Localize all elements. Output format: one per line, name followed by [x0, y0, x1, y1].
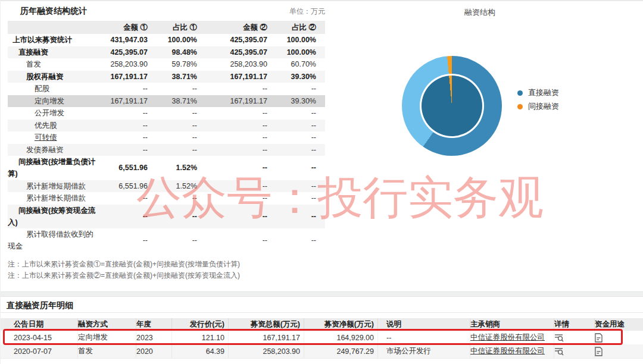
detail-table-body: 2023-04-15定向增发2023121.10167,191.17164,92…	[1, 331, 643, 358]
col-header-price: 发行价(元)	[172, 318, 229, 331]
financing-method: 首发	[78, 344, 136, 358]
list-search-icon[interactable]	[554, 333, 564, 342]
detail-cell	[554, 331, 595, 344]
col-header-note: 说明	[378, 318, 470, 331]
cell-value: 258,203.90	[97, 60, 148, 68]
cell-value: --	[148, 236, 197, 244]
cell-value: --	[197, 212, 267, 221]
legend-item[interactable]: 直接融资	[517, 88, 559, 98]
raised-net: 164,929.00	[304, 331, 378, 344]
underwriter-cell: 中信证券股份有限公司	[470, 331, 554, 344]
cell-value: --	[97, 236, 148, 244]
cell-value: 1.52%	[148, 164, 197, 172]
underwriter-link[interactable]: 中信证券股份有限公司	[470, 346, 545, 356]
row-label: 累计新增长期借款	[8, 192, 97, 204]
cell-value: --	[148, 212, 197, 221]
underwriter-cell: 中信证券股份有限公司	[470, 344, 554, 358]
cell-value: 6,551.96	[97, 182, 148, 190]
detail-table-row: 2020-07-07首发202064.39258,203.90249,767.2…	[1, 344, 643, 358]
document-icon[interactable]	[595, 333, 603, 343]
cell-value: 167,191.17	[97, 97, 148, 105]
cell-value: --	[197, 182, 267, 190]
cell-value: 38.71%	[148, 73, 197, 81]
cell-value: --	[97, 212, 148, 221]
legend-label: 直接融资	[528, 87, 559, 98]
cell-value: --	[197, 84, 267, 93]
cell-value: --	[197, 133, 267, 142]
document-icon[interactable]	[595, 347, 603, 356]
cell-value: --	[197, 109, 267, 117]
finance-table-body: 上市以来募资统计431,947.03100.00%425,395.07100.0…	[8, 34, 325, 253]
note: 市场公开发行	[378, 344, 470, 358]
col-header-detail: 详情	[554, 318, 595, 331]
cell-value: --	[267, 121, 320, 130]
row-label: 上市以来募资统计	[8, 34, 97, 46]
col-header-date: 公告日期	[14, 318, 78, 331]
finance-table: 金额 ① 占比 ① 金额 ② 占比 ② 上市以来募资统计431,947.0310…	[8, 21, 325, 253]
row-label: 股权再融资	[8, 71, 97, 83]
cell-value: --	[197, 236, 267, 244]
col-header-amount1: 金额 ①	[97, 23, 148, 33]
detail-table-title: 直接融资历年明细	[1, 297, 643, 312]
legend-dot-icon	[517, 104, 523, 109]
cell-value: --	[148, 146, 197, 154]
cell-value: --	[148, 84, 197, 93]
col-header-amount2: 金额 ②	[197, 23, 267, 33]
legend-dot-icon	[517, 90, 523, 96]
section-divider	[1, 291, 643, 297]
cell-value: 59.78%	[148, 60, 197, 68]
cell-value: 39.30%	[267, 73, 320, 81]
cell-value: --	[148, 133, 197, 142]
cell-value: 100.00%	[267, 48, 320, 57]
cell-value: --	[267, 164, 320, 172]
row-label: 配股	[8, 83, 97, 95]
legend-item[interactable]: 间接融资	[517, 102, 559, 111]
row-label: 发债券融资	[8, 144, 97, 156]
col-header-usage: 资金用途	[595, 318, 643, 331]
row-label: 间接融资(按增量负债计算)	[8, 156, 97, 180]
underwriter-link[interactable]: 中信证券股份有限公司	[470, 332, 545, 343]
note-line: 注：上市以来累计募资金额①=直接融资(金额)+间接融资(按增量负债计算)	[8, 259, 240, 270]
row-label: 公开增发	[8, 107, 97, 119]
col-header-ratio2: 占比 ②	[267, 23, 320, 33]
cell-value: 425,395.07	[197, 48, 267, 57]
detail-table-row: 2023-04-15定向增发2023121.10167,191.17164,92…	[1, 331, 643, 344]
row-label[interactable]: 可转债	[8, 131, 97, 143]
finance-table-row: 配股--------	[8, 83, 325, 95]
finance-table-row: 累计新增长期借款--------	[8, 192, 325, 205]
issue-price: 64.39	[172, 344, 229, 358]
row-label: 定向增发	[8, 95, 97, 107]
col-header-underwriter: 主承销商	[470, 318, 554, 331]
cell-value: --	[267, 146, 320, 154]
detail-table-header: 公告日期 融资方式 年度 发行价(元) 募资总额(万元) 募资净额(万元) 说明…	[1, 318, 643, 331]
cell-value: 100.00%	[148, 36, 197, 44]
cell-value: --	[267, 182, 320, 190]
row-label: 直接融资	[8, 46, 97, 58]
title-separator	[1, 312, 643, 313]
finance-table-row: 上市以来募资统计431,947.03100.00%425,395.07100.0…	[8, 34, 325, 46]
cell-value: --	[197, 121, 267, 130]
finance-table-row: 公开增发--------	[8, 107, 325, 120]
chart-legend: 直接融资间接融资	[517, 88, 559, 115]
finance-table-notes: 注：上市以来累计募资金额①=直接融资(金额)+间接融资(按增量负债计算) 注：上…	[8, 259, 240, 281]
finance-table-row: 直接融资425,395.0798.48%425,395.07100.00%	[8, 46, 325, 59]
cell-value: --	[97, 84, 148, 93]
cell-value: --	[197, 146, 267, 154]
cell-value: 258,203.90	[197, 60, 267, 68]
row-label: 累计新增短期借款	[8, 180, 97, 192]
cell-value: --	[148, 109, 197, 117]
raised-total: 258,203.90	[229, 344, 304, 358]
announce-date: 2023-04-15	[14, 331, 78, 344]
col-header-net: 募资净额(万元)	[304, 318, 378, 331]
year: 2023	[136, 331, 172, 344]
col-header-ratio1: 占比 ①	[148, 23, 197, 33]
pie-inner	[422, 76, 482, 136]
cell-value: 98.48%	[148, 48, 197, 57]
usage-cell	[595, 331, 643, 344]
cell-value: 39.30%	[267, 97, 320, 105]
chart-title: 融资结构	[444, 7, 516, 18]
list-search-icon[interactable]	[554, 347, 564, 356]
finance-table-row: 首发258,203.9059.78%258,203.9060.70%	[8, 58, 325, 71]
raised-total: 167,191.17	[229, 331, 304, 344]
row-label: 首发	[8, 58, 97, 70]
